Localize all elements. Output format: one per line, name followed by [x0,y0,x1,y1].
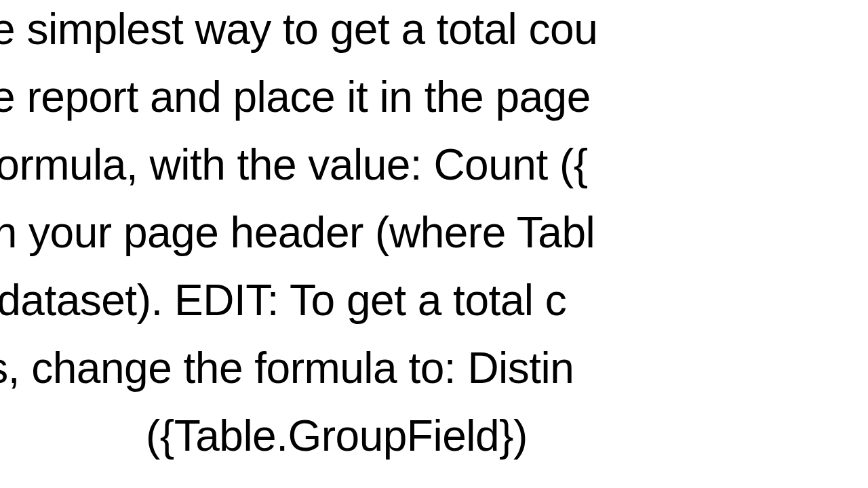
body-text-line-5: ur dataset). EDIT: To get a total c [0,277,566,325]
body-text-line-1: he simplest way to get a total cou [0,5,597,54]
body-text-line-2: ne report and place it in the page [0,73,591,122]
body-text-line-4: in your page header (where Tabl [0,209,595,258]
body-text-line-3: formula, with the value: Count ({ [0,141,588,190]
body-text-line-6: ups, change the formula to: Distin [0,344,574,393]
body-text-line-7: ({Table.GroupField}) [146,412,528,461]
